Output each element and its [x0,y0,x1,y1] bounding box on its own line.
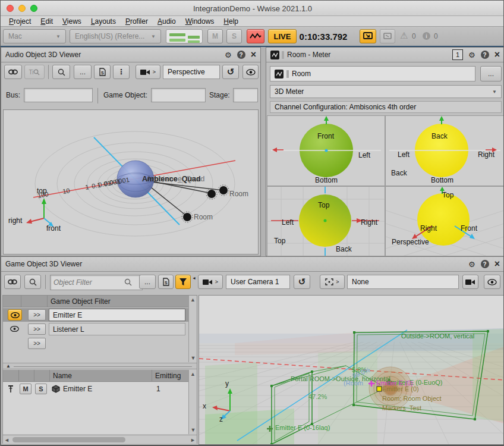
game-3d-viewport[interactable]: y x z Outside->ROOM, vertical Portal ROO… [199,295,504,445]
warning-icon[interactable]: ⚠ [400,30,408,41]
zoom-search-button[interactable] [52,65,70,79]
object-table-body: M S Emitter E 1 [3,382,188,434]
game-object-field[interactable] [151,88,206,102]
close-icon[interactable]: × [494,259,500,269]
language-select[interactable]: English(US) (Refere... ▼ [70,29,161,43]
camera-mode-button[interactable]: > [136,65,160,79]
bus-field[interactable] [24,88,93,102]
filter-row-listener[interactable]: >> Listener L [3,322,188,336]
collapse-arrow-icon[interactable]: ◄ [192,276,196,280]
visibility-toggle-off[interactable] [10,325,19,334]
funnel-icon [179,278,187,286]
master-mute-button[interactable]: M [207,29,223,43]
live-button[interactable]: LIVE [268,29,297,43]
disconnect-button[interactable] [380,29,395,43]
expand-button[interactable]: >> [28,323,46,335]
top-meter-view[interactable]: Top Left Right Top Back [267,187,385,256]
instance-button[interactable]: 1 [452,49,463,60]
reset-view-button[interactable]: ↺ [222,65,239,79]
menu-layouts[interactable]: Layouts [86,17,121,26]
back-meter-view[interactable]: Back Left Right Back Bottom [386,116,504,186]
more-options-button[interactable]: ... [74,65,92,79]
eye-icon [246,69,256,76]
remote-connect-button[interactable] [360,29,376,43]
browse-button[interactable]: ... [480,66,502,81]
meter-quadrants: Front Left Bottom Back Left Right Back B… [267,115,504,256]
filter-button[interactable] [175,275,191,289]
visibility-button[interactable] [484,275,500,289]
master-meter[interactable] [166,29,203,43]
menu-windows[interactable]: Windows [181,17,219,26]
scroll-right-icon[interactable]: ► [190,437,196,443]
expand-button[interactable]: >> [28,309,46,321]
expand-button[interactable]: >> [28,338,46,349]
axis-x-label: x [203,402,206,410]
profiling-button[interactable] [247,29,264,43]
audio-3d-scene[interactable]: Ambience_Quad Ambience_Quad 100 10 1 0.1… [3,109,259,255]
show-settings-button[interactable]: S [158,275,174,289]
filter-name-cell[interactable]: Emitter E [49,309,185,321]
splitter-up-icon[interactable]: ▲ [6,363,11,369]
help-icon[interactable]: ? [481,51,489,59]
front-meter-view[interactable]: Front Left Bottom [267,116,385,186]
text-search-button[interactable]: Ti [24,65,45,79]
menu-profiler[interactable]: Profiler [121,17,153,26]
filter-list-scrollbar[interactable]: ▲ ▼ [188,296,197,362]
scroll-left-icon[interactable]: ◄ [4,437,10,443]
scrollbar-thumb[interactable] [12,437,125,442]
filter-name-cell[interactable]: Listener L [49,323,185,335]
snapshot-camera-button[interactable] [462,275,478,289]
solo-button[interactable]: S [35,384,47,394]
splitter[interactable]: ▲ [3,363,197,369]
more-options-button[interactable]: ... [139,275,156,289]
menu-edit[interactable]: Edit [36,17,58,26]
camera-select[interactable]: User Camera 1 [226,275,290,289]
pin-icon[interactable] [8,385,14,393]
perspective-meter-view[interactable]: Top Right Front Perspective [386,187,504,256]
panel-title: Room - Meter [287,51,330,59]
show-settings-button[interactable]: S [94,65,111,79]
persp-right-label: Right [420,224,437,233]
camera-mode-select[interactable]: Perspective [163,65,220,79]
gear-icon[interactable]: ⚙ [225,51,232,59]
platform-select[interactable]: Mac ▼ [3,29,66,43]
visibility-toggle-on[interactable] [8,309,22,321]
stage-field[interactable] [233,88,258,102]
close-icon[interactable]: × [494,50,500,59]
object-table-scrollbar[interactable]: ▲ ▼ [188,370,197,434]
mute-button[interactable]: M [20,384,32,394]
master-solo-button[interactable]: S [226,29,242,43]
emitting-column-header[interactable]: Emitting [155,372,181,380]
kebab-menu-button[interactable]: ⋮ [113,65,130,79]
menu-help[interactable]: Help [219,17,243,26]
connect-icon [363,32,373,40]
close-icon[interactable]: × [251,50,256,59]
menu-audio[interactable]: Audio [153,17,181,26]
scroll-up-icon[interactable]: ▲ [189,370,197,378]
follow-target-select[interactable]: None [347,275,459,289]
name-column-header[interactable]: Name [53,372,72,380]
help-icon[interactable]: ? [237,51,245,59]
link-button[interactable] [4,275,21,289]
scroll-up-icon[interactable]: ▲ [189,296,197,304]
scroll-down-icon[interactable]: ▼ [189,354,197,362]
scroll-down-icon[interactable]: ▼ [189,426,197,434]
meter-type-select[interactable]: 3D Meter ▼ [270,85,502,98]
info-icon[interactable]: i [423,32,430,40]
help-icon[interactable]: ? [481,260,489,268]
menu-project[interactable]: Project [4,17,36,26]
horizontal-scrollbar[interactable]: ◄ ► [3,435,197,444]
table-row[interactable]: M S Emitter E 1 [3,382,188,395]
visibility-button[interactable] [242,65,259,79]
follow-object-button[interactable]: > [320,275,345,289]
link-button[interactable] [4,65,22,79]
meter-target-field[interactable]: Room [270,66,475,81]
menu-views[interactable]: Views [58,17,86,26]
reset-view-button[interactable]: ↺ [294,275,310,289]
filter-row-emitter[interactable]: >> Emitter E [3,308,188,322]
gear-icon[interactable]: ⚙ [468,51,475,59]
gear-icon[interactable]: ⚙ [468,260,475,268]
camera-mode-button[interactable]: > [198,275,223,289]
audio-scene-svg: Ambience_Quad Ambience_Quad 100 10 1 0.1… [4,110,258,254]
zoom-search-button[interactable] [24,275,41,289]
